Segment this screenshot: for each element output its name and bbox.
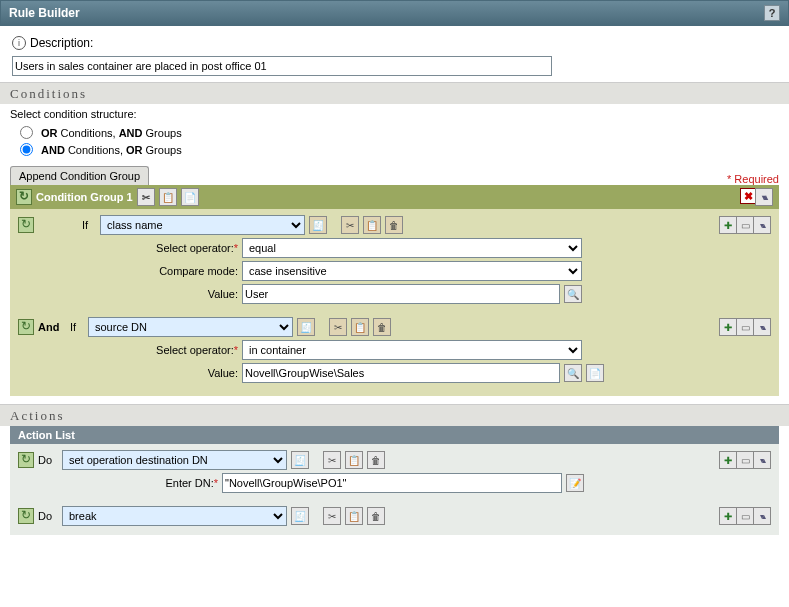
action1-type-select[interactable]: set operation destination DN (62, 450, 287, 470)
wizard-icon[interactable]: 🧾 (309, 216, 327, 234)
action-list-header: Action List (10, 426, 779, 444)
condition-group-title: Condition Group 1 (36, 191, 133, 203)
copy-icon[interactable]: 📋 (345, 451, 363, 469)
cut-icon[interactable]: ✂ (329, 318, 347, 336)
structure-label: Select condition structure: (0, 104, 789, 124)
paste-icon[interactable]: 📄 (181, 188, 199, 206)
cond2-join: And (38, 321, 66, 333)
condition-2-row: And If source DN 🧾 ✂ 📋 🗑 (18, 317, 771, 337)
radio-and[interactable] (20, 143, 33, 156)
validate-icon[interactable] (16, 189, 32, 205)
action1-dn-row: Enter DN:* 📝 (18, 473, 771, 493)
search-icon[interactable] (564, 364, 582, 382)
cond1-mode-select[interactable]: case insensitive (242, 261, 582, 281)
cond1-type-select[interactable]: class name (100, 215, 305, 235)
add-condition-icon[interactable] (719, 318, 737, 336)
description-input[interactable] (12, 56, 552, 76)
move-condition-icon[interactable] (753, 216, 771, 234)
wizard-icon[interactable]: 🧾 (291, 451, 309, 469)
cond1-operator-label: Select operator: (156, 242, 234, 254)
info-icon: i (12, 36, 26, 50)
cond1-prefix: If (82, 219, 96, 231)
copy-icon[interactable]: 📋 (345, 507, 363, 525)
remove-condition-icon[interactable] (736, 318, 754, 336)
action1-prefix: Do (38, 454, 58, 466)
cut-icon[interactable]: ✂ (323, 451, 341, 469)
move-action-icon[interactable] (753, 507, 771, 525)
add-action-icon[interactable] (719, 507, 737, 525)
conditions-heading: Conditions (0, 82, 789, 104)
cond1-operator-select[interactable]: equal (242, 238, 582, 258)
radio-and-row[interactable]: AND Conditions, OR Groups (0, 141, 789, 158)
radio-or[interactable] (20, 126, 33, 139)
cond1-value-row: Value: (18, 284, 771, 304)
delete-icon[interactable]: 🗑 (367, 507, 385, 525)
remove-action-icon[interactable] (736, 507, 754, 525)
cond1-value-label: Value: (18, 288, 238, 300)
description-label-row: i Description: (12, 36, 777, 50)
copy-icon[interactable]: 📋 (363, 216, 381, 234)
cond2-operator-row: Select operator:* in container (18, 340, 771, 360)
move-action-icon[interactable] (753, 451, 771, 469)
condition-group-header: Condition Group 1 ✂ 📋 📄 ✖ (10, 185, 779, 209)
cond1-value-input[interactable] (242, 284, 560, 304)
help-icon[interactable]: ? (764, 5, 780, 21)
description-section: i Description: (0, 26, 789, 82)
copy-icon[interactable]: 📋 (351, 318, 369, 336)
delete-icon[interactable]: 🗑 (373, 318, 391, 336)
validate-icon[interactable] (18, 217, 34, 233)
browse-icon[interactable] (586, 364, 604, 382)
cond1-operator-row: Select operator:* equal (18, 238, 771, 258)
required-indicator: * Required (727, 173, 779, 185)
radio-or-row[interactable]: OR Conditions, AND Groups (0, 124, 789, 141)
action-2-row: Do break 🧾 ✂ 📋 🗑 (18, 506, 771, 526)
actions-heading: Actions (0, 404, 789, 426)
action-1-row: Do set operation destination DN 🧾 ✂ 📋 🗑 (18, 450, 771, 470)
argument-builder-icon[interactable]: 📝 (566, 474, 584, 492)
delete-icon[interactable]: 🗑 (367, 451, 385, 469)
delete-group-icon[interactable]: ✖ (740, 188, 756, 204)
condition-1-row: If class name 🧾 ✂ 📋 🗑 (18, 215, 771, 235)
search-icon[interactable] (564, 285, 582, 303)
cond2-prefix: If (70, 321, 84, 333)
remove-condition-icon[interactable] (736, 216, 754, 234)
validate-icon[interactable] (18, 508, 34, 524)
cond1-mode-label: Compare mode: (18, 265, 238, 277)
cond2-type-select[interactable]: source DN (88, 317, 293, 337)
radio-or-label: OR Conditions, AND Groups (41, 127, 182, 139)
wizard-icon[interactable]: 🧾 (297, 318, 315, 336)
cond2-value-input[interactable] (242, 363, 560, 383)
condition-group-body: If class name 🧾 ✂ 📋 🗑 Select operator:* … (10, 209, 779, 396)
action1-dn-input[interactable] (222, 473, 562, 493)
delete-icon[interactable]: 🗑 (385, 216, 403, 234)
wizard-icon[interactable]: 🧾 (291, 507, 309, 525)
action2-prefix: Do (38, 510, 58, 522)
append-condition-group-button[interactable]: Append Condition Group (10, 166, 149, 185)
cut-icon[interactable]: ✂ (341, 216, 359, 234)
add-action-icon[interactable] (719, 451, 737, 469)
move-condition-icon[interactable] (753, 318, 771, 336)
remove-action-icon[interactable] (736, 451, 754, 469)
cond2-value-label: Value: (18, 367, 238, 379)
title-bar: Rule Builder ? (0, 0, 789, 26)
copy-icon[interactable]: 📋 (159, 188, 177, 206)
validate-icon[interactable] (18, 319, 34, 335)
radio-and-label: AND Conditions, OR Groups (41, 144, 182, 156)
cut-icon[interactable]: ✂ (323, 507, 341, 525)
add-condition-icon[interactable] (719, 216, 737, 234)
cond1-mode-row: Compare mode: case insensitive (18, 261, 771, 281)
description-label: Description: (30, 36, 93, 50)
cond2-value-row: Value: (18, 363, 771, 383)
validate-icon[interactable] (18, 452, 34, 468)
move-group-icon[interactable] (755, 188, 773, 206)
cond2-operator-label: Select operator: (156, 344, 234, 356)
action1-dn-label: Enter DN: (165, 477, 213, 489)
title-text: Rule Builder (9, 6, 80, 20)
action-list-body: Do set operation destination DN 🧾 ✂ 📋 🗑 … (10, 444, 779, 535)
action2-type-select[interactable]: break (62, 506, 287, 526)
cond2-operator-select[interactable]: in container (242, 340, 582, 360)
append-group-row: Append Condition Group * Required (0, 166, 789, 185)
cut-icon[interactable]: ✂ (137, 188, 155, 206)
